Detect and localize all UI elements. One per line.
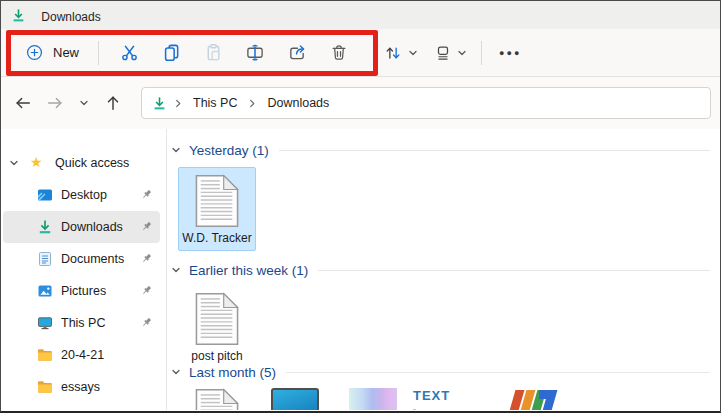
share-button[interactable] — [276, 36, 318, 70]
scissors-icon — [120, 43, 139, 62]
trash-icon — [330, 43, 348, 62]
document-icon — [37, 251, 53, 267]
gradient-image-thumbnail — [349, 388, 397, 410]
chevron-down-icon[interactable] — [171, 265, 181, 275]
breadcrumb-this-pc[interactable]: This PC — [189, 94, 241, 112]
sidebar-item-label: essays — [61, 380, 100, 394]
delete-button[interactable] — [318, 36, 360, 70]
computer-icon — [37, 315, 53, 331]
navigation-bar: This PC Downloads — [1, 77, 720, 129]
view-icon — [434, 44, 452, 62]
stripes-logo-icon — [505, 388, 553, 410]
cut-button[interactable] — [108, 36, 150, 70]
up-button[interactable] — [97, 87, 129, 119]
share-icon — [287, 43, 307, 62]
sidebar-item-folder-20-4-21[interactable]: 20-4-21 — [3, 339, 160, 371]
folder-icon — [37, 379, 53, 395]
back-button[interactable] — [7, 87, 39, 119]
desktop-icon — [37, 187, 53, 203]
group-header-yesterday[interactable]: Yesterday (1) — [171, 139, 720, 161]
group-divider — [318, 270, 710, 271]
pin-icon — [141, 189, 152, 200]
window-title: Downloads — [34, 10, 108, 24]
recent-locations-button[interactable] — [71, 87, 97, 119]
chevron-down-icon[interactable] — [171, 145, 181, 155]
sidebar-item-pictures[interactable]: Pictures — [3, 275, 160, 307]
arrow-up-icon — [104, 94, 122, 112]
disc-app-icon — [271, 388, 319, 410]
sidebar-item-folder-essays[interactable]: essays — [3, 371, 160, 403]
download-icon — [37, 219, 53, 235]
sidebar-item-label: Quick access — [55, 156, 129, 170]
folder-icon — [37, 347, 53, 363]
text-logo: TEXT — [413, 388, 450, 403]
copy-icon — [162, 43, 181, 62]
sidebar-item-downloads[interactable]: Downloads — [3, 211, 160, 243]
chevron-down-icon — [9, 158, 19, 168]
group-label: Last month (5) — [189, 365, 276, 380]
downloads-folder-icon — [11, 8, 26, 23]
file-tile[interactable] — [178, 387, 256, 410]
sidebar-item-documents[interactable]: Documents — [3, 243, 160, 275]
file-tile[interactable]: TEXT — [412, 387, 490, 410]
sort-icon — [383, 44, 403, 62]
copy-button[interactable] — [150, 36, 192, 70]
group-header-earlier-this-week[interactable]: Earlier this week (1) — [171, 259, 720, 281]
sort-button[interactable] — [376, 36, 425, 70]
file-list: Yesterday (1) W.D. Tracker Earlier this … — [167, 129, 720, 410]
file-explorer-window: Downloads New — [0, 0, 721, 413]
chevron-right-icon — [174, 99, 182, 108]
file-tile[interactable] — [490, 387, 568, 410]
pin-icon — [141, 221, 152, 232]
sidebar-item-desktop[interactable]: Desktop — [3, 179, 160, 211]
group-divider — [279, 150, 710, 151]
arrow-right-icon — [46, 94, 64, 112]
file-post-pitch[interactable]: post pitch — [178, 285, 256, 359]
sidebar-item-this-pc[interactable]: This PC — [3, 307, 160, 339]
pictures-icon — [37, 283, 53, 299]
file-tile[interactable] — [256, 387, 334, 410]
title-bar: Downloads — [1, 1, 720, 29]
chevron-down-icon[interactable] — [171, 367, 181, 377]
toolbar-separator — [481, 41, 482, 65]
chevron-right-icon — [248, 99, 256, 108]
chevron-down-icon — [79, 98, 89, 108]
group-label: Yesterday (1) — [189, 143, 269, 158]
group-divider — [286, 372, 710, 373]
toolbar-separator — [98, 41, 99, 65]
paste-button[interactable] — [192, 36, 234, 70]
see-more-button[interactable]: ●●● — [489, 36, 531, 70]
rename-icon — [245, 43, 265, 62]
group-label: Earlier this week (1) — [189, 263, 308, 278]
command-bar: New — [1, 29, 720, 77]
arrow-left-icon — [14, 94, 32, 112]
text-document-icon — [195, 174, 239, 228]
file-tile[interactable] — [334, 387, 412, 410]
sidebar-item-quick-access[interactable]: ★ Quick access — [3, 147, 160, 179]
new-button-label: New — [53, 45, 79, 60]
new-button[interactable]: New — [15, 36, 89, 70]
forward-button[interactable] — [39, 87, 71, 119]
navigation-pane: ★ Quick access Desktop Downloads — [1, 129, 167, 410]
address-bar[interactable]: This PC Downloads — [141, 87, 711, 119]
file-name: W.D. Tracker — [180, 231, 254, 245]
group-header-last-month[interactable]: Last month (5) — [171, 361, 720, 383]
sidebar-item-label: This PC — [61, 316, 105, 330]
text-logo-bar — [413, 409, 416, 410]
pin-icon — [141, 253, 152, 264]
pin-icon — [141, 285, 152, 296]
file-name: post pitch — [180, 349, 254, 363]
view-button[interactable] — [427, 36, 474, 70]
sidebar-item-label: Downloads — [61, 220, 123, 234]
rename-button[interactable] — [234, 36, 276, 70]
file-wd-tracker[interactable]: W.D. Tracker — [178, 167, 256, 251]
star-icon: ★ — [30, 154, 43, 170]
last-month-row: TEXT — [171, 387, 720, 410]
text-document-icon — [195, 292, 239, 346]
screenshot: Downloads New — [0, 0, 728, 413]
breadcrumb-downloads[interactable]: Downloads — [263, 94, 333, 112]
text-document-icon — [195, 388, 239, 410]
plus-circle-icon — [25, 43, 44, 62]
sidebar-item-label: Documents — [61, 252, 124, 266]
sidebar-item-label: Desktop — [61, 188, 107, 202]
